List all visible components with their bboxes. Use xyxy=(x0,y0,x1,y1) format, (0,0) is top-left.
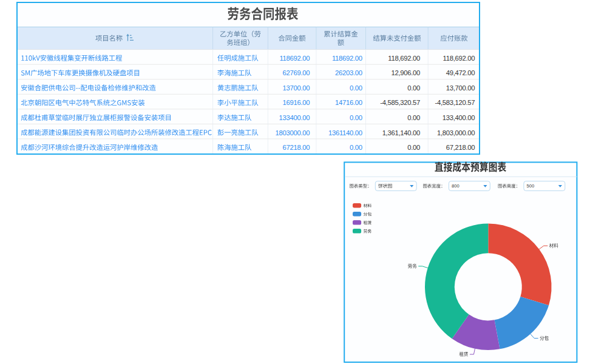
svg-text:14716.00: 14716.00 xyxy=(335,99,362,106)
svg-text:133400.00: 133400.00 xyxy=(279,114,310,121)
svg-text:118,692.00: 118,692.00 xyxy=(443,55,475,62)
svg-text:-4,583,120.57: -4,583,120.57 xyxy=(435,99,475,106)
svg-text:67218.00: 67218.00 xyxy=(283,144,310,151)
svg-text:1803000.00: 1803000.00 xyxy=(276,129,310,136)
svg-text:-4,585,320.57: -4,585,320.57 xyxy=(380,99,420,106)
svg-text:118,692.00: 118,692.00 xyxy=(388,55,420,62)
svg-text:16916.00: 16916.00 xyxy=(283,99,310,106)
svg-text:1,361,140.00: 1,361,140.00 xyxy=(382,129,420,136)
svg-text:0.00: 0.00 xyxy=(350,144,362,151)
svg-text:0.00: 0.00 xyxy=(407,144,420,151)
svg-text:1361140.00: 1361140.00 xyxy=(328,129,362,136)
svg-text:0.00: 0.00 xyxy=(350,114,362,121)
svg-text:67,218.00: 67,218.00 xyxy=(446,144,475,151)
svg-text:118692.00: 118692.00 xyxy=(332,55,362,62)
svg-text:13700.00: 13700.00 xyxy=(283,84,310,92)
svg-text:49,472.00: 49,472.00 xyxy=(446,69,475,76)
svg-text:1,803,000.00: 1,803,000.00 xyxy=(437,129,475,136)
svg-text:62769.00: 62769.00 xyxy=(283,69,310,76)
svg-text:133,400.00: 133,400.00 xyxy=(443,114,475,121)
svg-text:12,906.00: 12,906.00 xyxy=(391,69,420,76)
svg-text:0.00: 0.00 xyxy=(350,84,362,92)
svg-text:0.00: 0.00 xyxy=(407,84,420,92)
svg-text:0.00: 0.00 xyxy=(407,114,420,121)
svg-text:13,700.00: 13,700.00 xyxy=(446,84,475,92)
svg-text:500: 500 xyxy=(527,183,535,189)
svg-text:800: 800 xyxy=(452,183,459,189)
svg-text:118692.00: 118692.00 xyxy=(279,55,310,62)
svg-text:26203.00: 26203.00 xyxy=(335,69,362,76)
